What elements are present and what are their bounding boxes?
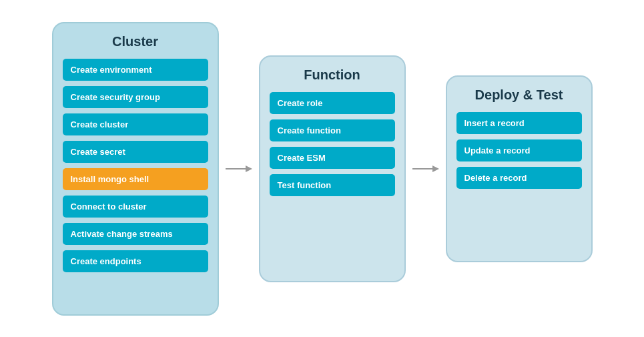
item-btn-test-function[interactable]: Test function — [270, 174, 395, 196]
item-btn-create-esm[interactable]: Create ESM — [270, 147, 395, 169]
panel-deploy: Deploy & TestInsert a recordUpdate a rec… — [446, 75, 593, 262]
item-btn-update-a-record[interactable]: Update a record — [456, 139, 582, 161]
item-btn-delete-a-record[interactable]: Delete a record — [456, 167, 582, 189]
item-btn-create-function[interactable]: Create function — [270, 119, 395, 141]
svg-marker-1 — [246, 165, 252, 172]
item-btn-create-environment[interactable]: Create environment — [63, 59, 208, 81]
item-btn-create-secret[interactable]: Create secret — [63, 141, 208, 163]
item-btn-create-cluster[interactable]: Create cluster — [63, 113, 208, 135]
panel-items-deploy: Insert a recordUpdate a recordDelete a r… — [456, 112, 582, 189]
arrow-2 — [406, 162, 446, 176]
svg-marker-3 — [432, 165, 439, 172]
item-btn-create-endpoints[interactable]: Create endpoints — [63, 250, 208, 272]
arrow-icon — [226, 162, 252, 176]
panel-cluster: ClusterCreate environmentCreate security… — [52, 22, 219, 316]
panel-title-deploy: Deploy & Test — [475, 87, 563, 103]
panel-items-function: Create roleCreate functionCreate ESMTest… — [270, 92, 395, 196]
item-btn-create-role[interactable]: Create role — [270, 92, 395, 114]
item-btn-activate-change-streams[interactable]: Activate change streams — [63, 223, 208, 245]
panel-items-cluster: Create environmentCreate security groupC… — [63, 59, 208, 272]
panel-title-function: Function — [304, 67, 360, 83]
arrow-1 — [219, 162, 259, 176]
item-btn-install-mongo-shell[interactable]: Install mongo shell — [63, 168, 208, 190]
panel-title-cluster: Cluster — [112, 34, 158, 49]
item-btn-connect-to-cluster[interactable]: Connect to cluster — [63, 196, 208, 218]
item-btn-insert-a-record[interactable]: Insert a record — [456, 112, 582, 134]
panel-function: FunctionCreate roleCreate functionCreate… — [259, 55, 406, 282]
arrow-icon — [412, 162, 439, 176]
item-btn-create-security-group[interactable]: Create security group — [63, 86, 208, 108]
diagram-container: ClusterCreate environmentCreate security… — [0, 0, 644, 337]
